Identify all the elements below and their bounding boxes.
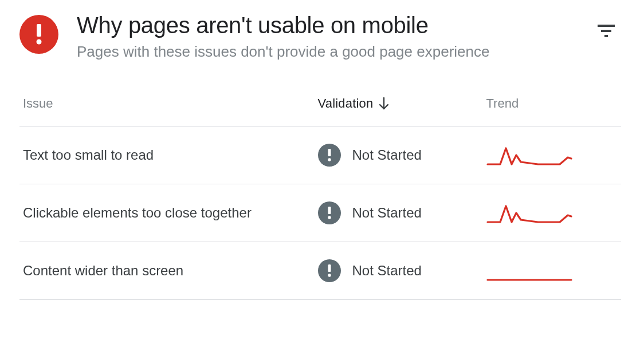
filter-icon xyxy=(598,25,615,37)
svg-point-11 xyxy=(328,274,331,276)
issue-name: Content wider than screen xyxy=(19,242,315,299)
svg-point-9 xyxy=(328,216,331,219)
validation-status: Not Started xyxy=(352,263,422,279)
column-header-label: Validation xyxy=(318,96,374,111)
column-header-label: Trend xyxy=(486,96,519,110)
table-row[interactable]: Content wider than screen Not Started xyxy=(19,242,621,299)
trend-sparkline xyxy=(483,184,622,242)
filter-button[interactable] xyxy=(595,19,618,42)
column-header-label: Issue xyxy=(23,96,53,110)
validation-status: Not Started xyxy=(352,205,422,221)
page-subtitle: Pages with these issues don't provide a … xyxy=(77,42,576,62)
svg-rect-8 xyxy=(328,207,331,214)
error-icon xyxy=(19,15,58,54)
issue-name: Text too small to read xyxy=(19,126,315,184)
validation-cell: Not Started xyxy=(318,259,480,282)
page-title: Why pages aren't usable on mobile xyxy=(77,11,576,39)
not-started-icon xyxy=(318,144,341,167)
svg-rect-6 xyxy=(328,149,331,156)
svg-rect-10 xyxy=(328,264,331,272)
validation-cell: Not Started xyxy=(318,201,480,224)
svg-rect-0 xyxy=(37,24,41,37)
svg-point-1 xyxy=(37,39,42,45)
trend-sparkline xyxy=(483,126,622,184)
svg-point-7 xyxy=(328,158,331,161)
svg-rect-3 xyxy=(601,30,611,32)
panel-header: Why pages aren't usable on mobile Pages … xyxy=(19,11,621,62)
issues-table: Issue Validation Trend xyxy=(19,96,621,300)
not-started-icon xyxy=(318,201,341,224)
not-started-icon xyxy=(318,259,341,282)
trend-sparkline xyxy=(483,242,622,299)
validation-cell: Not Started xyxy=(318,144,480,167)
issue-name: Clickable elements too close together xyxy=(19,184,315,242)
column-header-trend[interactable]: Trend xyxy=(483,96,622,126)
column-header-issue[interactable]: Issue xyxy=(19,96,315,126)
sort-descending-icon xyxy=(378,97,390,110)
svg-rect-4 xyxy=(604,35,608,37)
svg-rect-2 xyxy=(598,25,615,27)
column-header-validation[interactable]: Validation xyxy=(315,96,483,126)
validation-status: Not Started xyxy=(352,147,422,163)
table-row[interactable]: Text too small to read Not Started xyxy=(19,126,621,184)
table-row[interactable]: Clickable elements too close together No… xyxy=(19,184,621,242)
